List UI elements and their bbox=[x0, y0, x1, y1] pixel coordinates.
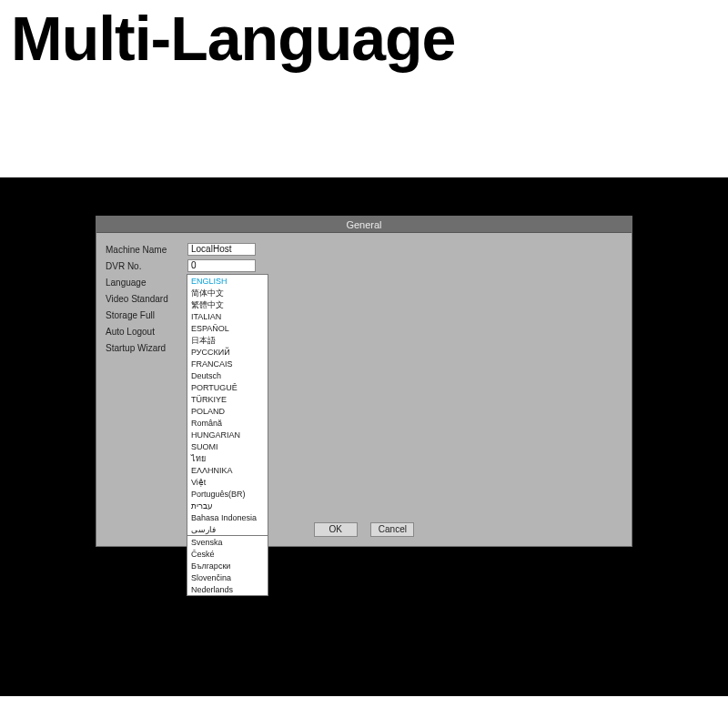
general-dialog: General Machine Name LocalHost DVR No. 0… bbox=[96, 216, 632, 547]
dialog-button-row: OK Cancel bbox=[96, 522, 632, 537]
row-video-standard: Video Standard bbox=[106, 291, 622, 306]
language-option[interactable]: FRANCAIS bbox=[187, 358, 268, 369]
language-option[interactable]: ITALIAN bbox=[187, 310, 268, 322]
language-option[interactable]: ไทย bbox=[187, 452, 268, 464]
device-screen: General Machine Name LocalHost DVR No. 0… bbox=[0, 177, 728, 696]
language-option[interactable]: ESPAÑOL bbox=[187, 322, 268, 334]
language-option[interactable]: ΕΛΛΗΝΙΚΑ bbox=[187, 464, 268, 476]
label-video-standard: Video Standard bbox=[106, 294, 187, 304]
row-auto-logout: Auto Logout bbox=[106, 324, 622, 339]
dialog-title: General bbox=[96, 217, 632, 233]
language-dropdown[interactable]: ENGLISH简体中文繁體中文ITALIANESPAÑOL日本語РУССКИЙF… bbox=[187, 274, 268, 596]
language-option[interactable]: TÜRKIYE bbox=[187, 393, 268, 405]
cancel-button[interactable]: Cancel bbox=[370, 522, 414, 537]
language-option[interactable]: HUNGARIAN bbox=[187, 429, 268, 440]
page-headline: Multi-Language bbox=[0, 0, 728, 68]
label-storage-full: Storage Full bbox=[106, 310, 187, 320]
language-option[interactable]: POLAND bbox=[187, 405, 268, 417]
language-option[interactable]: Bahasa Indonesia bbox=[187, 511, 268, 523]
language-option[interactable]: Български bbox=[187, 560, 268, 571]
label-language: Language bbox=[106, 278, 187, 288]
language-option[interactable]: 简体中文 bbox=[187, 287, 268, 298]
input-dvr-no[interactable]: 0 bbox=[187, 259, 256, 272]
language-option[interactable]: Nederlands bbox=[187, 583, 268, 595]
language-option[interactable]: Svenska bbox=[187, 535, 268, 548]
language-option[interactable]: Português(BR) bbox=[187, 488, 268, 500]
dialog-body: Machine Name LocalHost DVR No. 0 Languag… bbox=[96, 233, 632, 546]
label-auto-logout: Auto Logout bbox=[106, 327, 187, 337]
language-option[interactable]: Slovenčina bbox=[187, 571, 268, 583]
row-machine-name: Machine Name LocalHost bbox=[106, 242, 622, 257]
language-option[interactable]: עברית bbox=[187, 500, 268, 511]
language-option[interactable]: فارسی bbox=[187, 523, 268, 535]
language-option[interactable]: České bbox=[187, 548, 268, 560]
row-startup-wizard: Startup Wizard bbox=[106, 340, 622, 355]
row-storage-full: Storage Full bbox=[106, 308, 622, 322]
label-machine-name: Machine Name bbox=[106, 245, 187, 255]
row-dvr-no: DVR No. 0 bbox=[106, 258, 622, 273]
row-language: Language ENGLISH ▾ bbox=[106, 275, 622, 289]
label-startup-wizard: Startup Wizard bbox=[106, 343, 187, 353]
language-option[interactable]: 繁體中文 bbox=[187, 298, 268, 310]
language-option[interactable]: РУССКИЙ bbox=[187, 346, 268, 358]
ok-button[interactable]: OK bbox=[314, 522, 358, 537]
language-option[interactable]: 日本語 bbox=[187, 334, 268, 346]
language-option[interactable]: SUOMI bbox=[187, 440, 268, 452]
language-option[interactable]: Română bbox=[187, 417, 268, 429]
language-option[interactable]: ENGLISH bbox=[187, 275, 268, 287]
language-option[interactable]: Deutsch bbox=[187, 369, 268, 381]
input-machine-name[interactable]: LocalHost bbox=[187, 243, 256, 256]
label-dvr-no: DVR No. bbox=[106, 261, 187, 271]
language-option[interactable]: Việt bbox=[187, 476, 268, 488]
language-option[interactable]: PORTUGUÊ bbox=[187, 381, 268, 393]
